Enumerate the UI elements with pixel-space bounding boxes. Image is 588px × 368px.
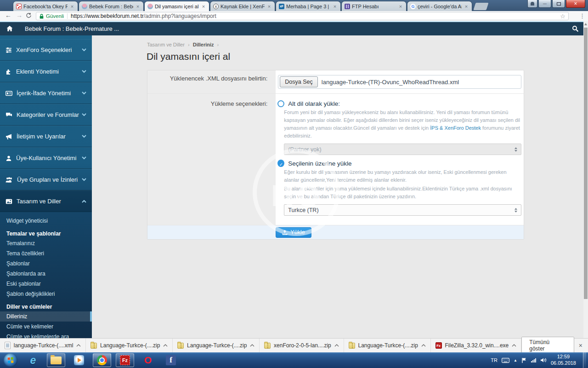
security-indicator[interactable]: Güvenli xyxy=(39,13,64,19)
download-item[interactable]: Fz FileZilla_3.32.0_win....exe xyxy=(431,339,521,352)
refresh-icon xyxy=(26,12,32,18)
tab-close-icon[interactable]: × xyxy=(332,4,338,9)
action-center-flag-icon[interactable] xyxy=(521,357,527,363)
taskbar-clock[interactable]: 12:59 06.05.2018 xyxy=(551,354,576,367)
sidebar-item-user-management[interactable]: Üye-Kullanıcı Yönetimi xyxy=(0,147,92,169)
sidebar-item-content-management[interactable]: İçerik-İfade Yönetimi xyxy=(0,82,92,104)
radio-sub-language[interactable]: Alt dil olarak yükle: xyxy=(277,100,524,107)
tab-close-icon[interactable]: × xyxy=(69,4,75,9)
download-menu-chevron-icon[interactable] xyxy=(163,344,168,347)
upload-button[interactable]: Yükle xyxy=(276,227,311,238)
tab-ftp-hesabi[interactable]: FTP Hesabı × xyxy=(341,1,407,11)
hidden-icons-chevron[interactable]: ▲ xyxy=(514,358,517,362)
download-menu-chevron-icon[interactable] xyxy=(334,344,339,347)
breadcrumb-current[interactable]: Dilleriniz xyxy=(193,42,214,47)
chevron-down-icon xyxy=(82,156,86,160)
submenu-templates[interactable]: Şablonlar xyxy=(0,259,92,269)
taskbar-windows-explorer[interactable] xyxy=(47,353,65,367)
download-menu-chevron-icon[interactable] xyxy=(512,344,516,347)
tab-okey-plus[interactable]: Facebook'ta Okey Plus × xyxy=(13,1,78,11)
network-signal-icon[interactable] xyxy=(531,358,536,362)
taskbar-internet-explorer[interactable]: e xyxy=(24,353,42,367)
submenu-your-languages-selected[interactable]: Dilleriniz xyxy=(0,311,92,322)
admin-site-title[interactable]: Bebek Forum : Bebek-Premature ... xyxy=(25,25,119,32)
tab-kaynak-ekle[interactable]: x Kaynak Ekle | XenForo De × xyxy=(210,1,275,11)
download-item[interactable]: language-Turkce-(....xml xyxy=(0,339,86,352)
sidebar-item-design-languages[interactable]: Tasarım ve Diller xyxy=(0,190,92,212)
submenu-phrases[interactable]: Cümle ve kelimeler xyxy=(0,322,92,332)
tab-close-icon[interactable]: × xyxy=(201,4,206,9)
new-tab-button[interactable] xyxy=(473,3,488,10)
submenu-theme-properties[interactable]: Tema özellikleri xyxy=(0,248,92,259)
taskbar-filezilla[interactable]: Fz xyxy=(116,353,134,367)
submenu-template-changes[interactable]: Şablon değişiklikleri xyxy=(0,289,92,299)
taskbar-opera[interactable]: O xyxy=(139,353,157,367)
radio-overwrite-selected[interactable]: ✓ Seçilenin üzerine yükle xyxy=(277,160,524,167)
radio-unchecked-icon[interactable] xyxy=(277,100,284,107)
submenu-your-themes[interactable]: Temalarınız xyxy=(0,238,92,248)
tab-close-icon[interactable]: × xyxy=(398,4,403,9)
file-label: Yüklenencek .XML dosyasını belirtin: xyxy=(147,70,276,93)
sidebar-item-xenforo-options[interactable]: XenForo Seçenekleri xyxy=(0,39,92,61)
submit-row: Yükle xyxy=(147,225,524,239)
tab-merhaba[interactable]: xF Merhaba | Page 3 | XenM × xyxy=(276,1,341,11)
profile-avatar-button[interactable] xyxy=(527,0,537,8)
search-icon[interactable] xyxy=(572,25,579,32)
scrollbar-up-arrow[interactable] xyxy=(584,23,587,25)
radio-checked-icon[interactable]: ✓ xyxy=(277,160,284,167)
language-indicator[interactable]: TR xyxy=(491,357,498,363)
partner-select[interactable]: (Partner yok) xyxy=(284,144,521,155)
download-item[interactable]: Language-Turkce-(....zip xyxy=(344,339,431,352)
download-item[interactable]: Language-Turkce-(....zip xyxy=(173,339,260,352)
tab-google-ceviri[interactable]: G çeviri - Google'da Ara × xyxy=(407,1,472,11)
volume-icon[interactable] xyxy=(540,357,547,363)
taskbar-facebook[interactable]: f xyxy=(162,353,180,367)
sidebar-item-user-groups-permissions[interactable]: Üye Grupları ve İzinleri xyxy=(0,169,92,190)
download-item[interactable]: xenForo-2-0-5-lan....zip xyxy=(260,339,344,352)
taskbar-chrome[interactable] xyxy=(93,353,111,367)
bookmark-star-icon[interactable]: ☆ xyxy=(560,13,565,20)
breadcrumb-separator: › xyxy=(217,42,219,47)
browser-menu-icon[interactable]: ⋮ xyxy=(579,12,585,19)
url-text[interactable]: https://www.bebekforum.net.tr/admin.php?… xyxy=(71,13,216,19)
sidebar-item-label: Kategoriler ve Forumlar xyxy=(17,111,82,118)
file-input[interactable]: Dosya Seç language-Turkce-(TR)-Ovunc_Who… xyxy=(278,75,521,89)
address-bar[interactable]: Güvenli https://www.bebekforum.net.tr/ad… xyxy=(36,12,569,20)
vertical-scrollbar[interactable] xyxy=(583,21,588,338)
show-desktop-button[interactable] xyxy=(583,352,586,368)
close-window-button[interactable]: × xyxy=(566,0,585,8)
maximize-button[interactable] xyxy=(552,0,565,8)
sidebar-item-communication-alerts[interactable]: İletişim ve Uyarılar xyxy=(0,126,92,147)
download-file-name: xenForo-2-0-5-lan....zip xyxy=(274,342,331,349)
refresh-button[interactable] xyxy=(26,12,35,18)
language-select[interactable]: Turkce (TR) xyxy=(284,204,521,216)
submenu-widget-manager[interactable]: Widget yöneticisi xyxy=(0,216,92,226)
tab-close-icon[interactable]: × xyxy=(464,4,469,9)
downloads-bar-close-icon[interactable]: × xyxy=(579,342,582,349)
forward-button[interactable]: → xyxy=(15,12,24,19)
tab-dil-yamasi-active[interactable]: Dil yamasını içeri al | Beb × xyxy=(144,1,209,11)
minimize-button[interactable]: — xyxy=(538,0,551,8)
submenu-old-templates[interactable]: Eski şablonlar xyxy=(0,279,92,289)
download-menu-chevron-icon[interactable] xyxy=(250,344,254,347)
download-menu-chevron-icon[interactable] xyxy=(421,344,426,347)
download-item[interactable]: Language-Turkce-(....zip xyxy=(86,339,173,352)
start-button[interactable] xyxy=(4,353,17,367)
home-icon[interactable] xyxy=(6,26,13,32)
tab-close-icon[interactable]: × xyxy=(266,4,272,9)
back-button[interactable]: ← xyxy=(4,12,13,19)
sidebar-item-addon-management[interactable]: Eklenti Yönetimi xyxy=(0,61,92,82)
sidebar-item-categories-forums[interactable]: Kategoriler ve Forumlar xyxy=(0,104,92,126)
tab-bebek-forum[interactable]: Bebek Forum : Bebek-Pre × xyxy=(79,1,144,11)
download-menu-chevron-icon[interactable] xyxy=(76,344,81,347)
tab-close-icon[interactable]: × xyxy=(135,4,141,9)
xenforo-support-link[interactable]: İPS & XenForo Destek xyxy=(430,125,481,131)
taskbar-media-player[interactable] xyxy=(70,353,88,367)
submenu-search-templates[interactable]: Şablonlarda ara xyxy=(0,269,92,279)
show-all-downloads-button[interactable]: Tümünü göster xyxy=(521,337,574,354)
keyboard-icon[interactable] xyxy=(502,358,509,363)
scrollbar-thumb[interactable] xyxy=(584,28,588,299)
breadcrumb-parent[interactable]: Tasarım ve Diller xyxy=(147,42,185,47)
upload-button-label: Yükle xyxy=(290,229,305,236)
choose-file-button[interactable]: Dosya Seç xyxy=(280,76,317,87)
